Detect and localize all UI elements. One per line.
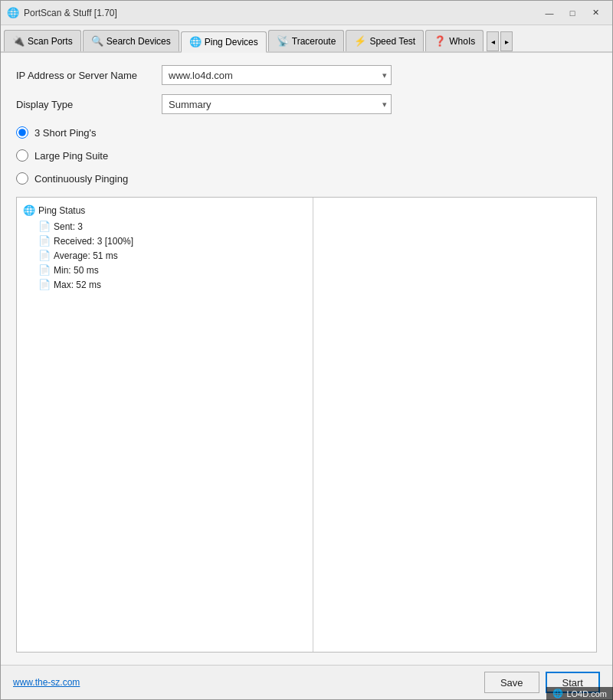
ping-status-root: 🌐 Ping Status [23,204,306,217]
tab-whois-label: WhoIs [449,36,475,47]
ping-tree: 🌐 Ping Status 📄 Sent: 3 📄 Received: 3 [1… [23,204,306,291]
tab-speed-test[interactable]: ⚡ Speed Test [346,30,424,51]
radio-short-pings-label: 3 Short Ping's [34,127,97,139]
window-controls: — □ ✕ [539,5,606,21]
ping-average-text: Average: 51 ms [54,250,118,261]
ip-label: IP Address or Server Name [16,70,154,81]
ping-sent-text: Sent: 3 [54,221,83,232]
speed-test-icon: ⚡ [354,35,366,47]
ping-max: 📄 Max: 52 ms [23,278,306,291]
tab-scan-ports-label: Scan Ports [28,36,73,47]
watermark: 🌐 LO4D.com [546,687,613,700]
whois-icon: ❓ [434,35,446,47]
radio-continuous-label: Continuously Pinging [34,173,128,185]
tab-nav-back[interactable]: ◂ [487,31,499,51]
footer-link[interactable]: www.the-sz.com [13,677,80,688]
ping-status-label: Ping Status [38,205,85,216]
ping-right-panel [313,198,597,652]
tab-bar: 🔌 Scan Ports 🔍 Search Devices 🌐 Ping Dev… [1,25,612,53]
bottom-bar: www.the-sz.com Save Start [1,665,612,699]
radio-continuous-input[interactable] [16,172,28,185]
display-type-row: Display Type Summary Detailed [16,94,597,114]
ping-average-icon: 📄 [38,250,51,261]
title-bar: 🌐 PortScan & Stuff [1.70] — □ ✕ [1,1,612,25]
ping-received-icon: 📄 [38,235,51,247]
ping-sent: 📄 Sent: 3 [23,220,306,233]
tab-search-devices-label: Search Devices [107,36,171,47]
tab-ping-devices-label: Ping Devices [205,37,258,47]
close-button[interactable]: ✕ [585,5,606,21]
save-button[interactable]: Save [484,672,539,693]
radio-short-pings[interactable]: 3 Short Ping's [16,126,597,139]
ping-received-text: Received: 3 [100%] [54,236,133,247]
display-type-select-wrapper: Summary Detailed [162,94,392,114]
ping-sent-icon: 📄 [38,221,51,232]
tab-ping-devices[interactable]: 🌐 Ping Devices [181,31,267,53]
ip-select[interactable]: www.lo4d.com [162,65,392,85]
tab-traceroute[interactable]: 📡 Traceroute [268,30,345,51]
radio-group: 3 Short Ping's Large Ping Suite Continuo… [16,126,597,185]
radio-large-ping-label: Large Ping Suite [34,150,108,162]
tab-search-devices[interactable]: 🔍 Search Devices [83,30,179,51]
tab-speed-test-label: Speed Test [369,36,415,47]
ping-received: 📄 Received: 3 [100%] [23,234,306,247]
tab-nav-forward[interactable]: ▸ [500,31,513,51]
tab-scan-ports[interactable]: 🔌 Scan Ports [4,30,81,51]
window-title: PortScan & Stuff [1.70] [24,8,539,18]
main-content: IP Address or Server Name www.lo4d.com D… [1,53,612,665]
traceroute-icon: 📡 [277,35,289,47]
ping-min-text: Min: 50 ms [54,265,99,276]
main-window: 🌐 PortScan & Stuff [1.70] — □ ✕ 🔌 Scan P… [0,0,613,700]
ping-min: 📄 Min: 50 ms [23,263,306,276]
radio-short-pings-input[interactable] [16,126,28,139]
watermark-globe: 🌐 [552,689,563,698]
ip-row: IP Address or Server Name www.lo4d.com [16,65,597,85]
ping-average: 📄 Average: 51 ms [23,249,306,262]
display-type-select[interactable]: Summary Detailed [162,94,392,114]
maximize-button[interactable]: □ [562,5,583,21]
radio-large-ping-input[interactable] [16,149,28,162]
watermark-text: LO4D.com [566,689,607,698]
search-devices-icon: 🔍 [91,35,103,47]
tab-traceroute-label: Traceroute [292,36,336,47]
tab-whois[interactable]: ❓ WhoIs [425,30,484,51]
minimize-button[interactable]: — [539,5,560,21]
ping-min-icon: 📄 [38,264,51,276]
ping-left-panel: 🌐 Ping Status 📄 Sent: 3 📄 Received: 3 [1… [17,198,313,652]
app-icon: 🌐 [7,7,19,19]
ping-status-icon: 🌐 [23,204,35,216]
ping-devices-icon: 🌐 [189,36,202,47]
radio-continuous[interactable]: Continuously Pinging [16,172,597,185]
ping-panels: 🌐 Ping Status 📄 Sent: 3 📄 Received: 3 [1… [16,197,597,653]
scan-ports-icon: 🔌 [12,35,25,47]
ping-max-icon: 📄 [38,279,51,290]
radio-large-ping[interactable]: Large Ping Suite [16,149,597,162]
ping-max-text: Max: 52 ms [54,280,101,290]
ip-select-wrapper: www.lo4d.com [162,65,392,85]
display-type-label: Display Type [16,99,154,110]
